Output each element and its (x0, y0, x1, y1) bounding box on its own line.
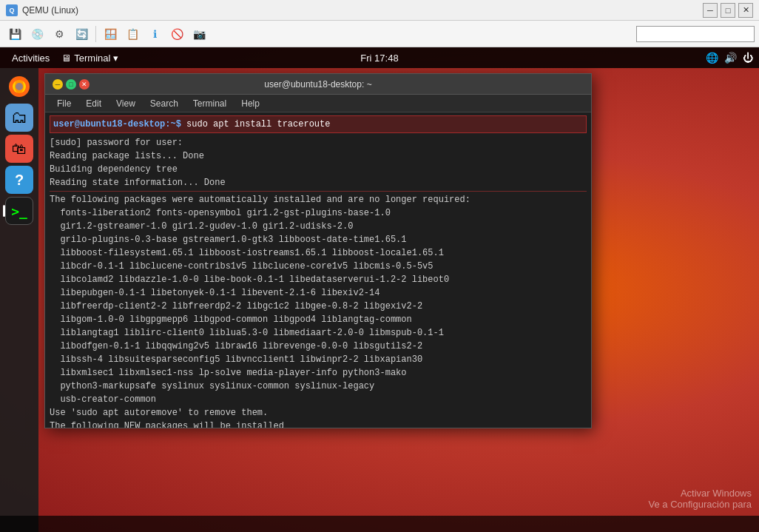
terminal-line-11: libcolamd2 libdazzle-1.0-0 libe-book-0.1… (50, 273, 587, 286)
gnome-topbar: Activities 🖥 Terminal ▾ Fri 17:48 🌐 🔊 ⏻ (0, 47, 759, 68)
gnome-status-area: 🌐 🔊 ⏻ (706, 52, 753, 64)
command-highlight-block: user@ubuntu18-desktop:~$ sudo apt instal… (50, 115, 587, 133)
terminal-line-2: Reading package lists... Done (50, 149, 587, 163)
terminal-icon: 🖥 (61, 53, 71, 64)
power-icon[interactable]: ⏻ (743, 52, 753, 64)
terminal-minimize-button[interactable]: ─ (53, 79, 63, 90)
terminal-line-17: libssh-4 libsuitesparseconfig5 libvnccli… (50, 353, 587, 366)
terminal-line-12: libepubgen-0.1-1 libetonyek-0.1-1 libeve… (50, 286, 587, 300)
terminal-line-16: libodfgen-0.1-1 libqqwing2v5 libraw16 li… (50, 340, 587, 353)
qemu-toolbar: 💾 💿 ⚙ 🔄 🪟 📋 ℹ 🚫 📷 (0, 21, 759, 47)
command-text: sudo apt install traceroute (186, 119, 330, 129)
dock-software[interactable]: 🛍 (5, 135, 33, 163)
qemu-minimize-button[interactable]: ─ (703, 3, 718, 18)
menu-file[interactable]: File (51, 97, 77, 110)
gnome-dock: 🗂 🛍 ? >_ (0, 68, 38, 532)
terminal-title: user@ubuntu18-desktop: ~ (264, 79, 371, 90)
network-icon[interactable]: 🌐 (706, 52, 718, 64)
dock-files[interactable]: 🗂 (5, 104, 33, 132)
terminal-titlebar: ─ □ ✕ user@ubuntu18-desktop: ~ (45, 74, 591, 95)
terminal-line-6: fonts-liberation2 fonts-opensymbol gir1.… (50, 206, 587, 220)
toolbar-settings-button[interactable]: ⚙ (49, 24, 70, 44)
toolbar-floppy-button[interactable]: 💾 (4, 24, 25, 44)
qemu-icon: Q (6, 4, 18, 16)
toolbar-cdrom-button[interactable]: 💿 (27, 24, 47, 44)
qemu-close-button[interactable]: ✕ (738, 3, 753, 18)
app-indicator[interactable]: 🖥 Terminal ▾ (55, 53, 124, 64)
toolbar-separator-1 (95, 26, 96, 42)
terminal-line-8: grilo-plugins-0.3-base gstreamer1.0-gtk3… (50, 233, 587, 246)
dock-terminal[interactable]: >_ (5, 197, 33, 225)
qemu-title: QEMU (Linux) (22, 5, 703, 16)
menu-view[interactable]: View (110, 97, 141, 110)
terminal-line-20: usb-creator-common (50, 393, 587, 406)
command-prompt: user@ubuntu18-desktop:~$ (53, 119, 181, 129)
toolbar-info-button[interactable]: ℹ (144, 24, 165, 44)
qemu-maximize-button[interactable]: □ (721, 3, 735, 18)
toolbar-screenshot-button[interactable]: 📷 (189, 24, 209, 44)
terminal-maximize-button[interactable]: □ (66, 79, 76, 90)
toolbar-stop-button[interactable]: 🚫 (166, 24, 187, 44)
toolbar-search-input[interactable] (636, 26, 755, 42)
qemu-titlebar: Q QEMU (Linux) ─ □ ✕ (0, 0, 759, 21)
terminal-line-19: python3-markupsafe syslinux syslinux-com… (50, 380, 587, 393)
activities-button[interactable]: Activities (6, 47, 55, 68)
terminal-content[interactable]: user@ubuntu18-desktop:~$ sudo apt instal… (45, 112, 591, 428)
menu-edit[interactable]: Edit (80, 97, 107, 110)
dock-firefox[interactable] (5, 73, 33, 101)
menu-help[interactable]: Help (235, 97, 266, 110)
app-indicator-label: Terminal (74, 53, 110, 64)
app-indicator-chevron: ▾ (113, 53, 118, 64)
volume-icon[interactable]: 🔊 (724, 52, 737, 64)
toolbar-refresh-button[interactable]: 🔄 (71, 24, 92, 44)
terminal-line-1: [sudo] password for user: (50, 136, 587, 149)
dock-help[interactable]: ? (5, 166, 33, 194)
terminal-line-13: libfreerdp-client2-2 libfreerdp2-2 libgc… (50, 300, 587, 313)
terminal-line-10: libcdr-0.1-1 libclucene-contribs1v5 libc… (50, 260, 587, 273)
terminal-line-21: Use 'sudo apt autoremove' to remove them… (50, 406, 587, 420)
terminal-line-18: libxmlsec1 libxmlsec1-nss lp-solve media… (50, 366, 587, 380)
menu-terminal[interactable]: Terminal (187, 97, 232, 110)
terminal-window-controls: ─ □ ✕ (53, 79, 90, 90)
qemu-window-controls: ─ □ ✕ (703, 3, 753, 18)
gnome-taskbar-bottom (0, 516, 759, 532)
terminal-line-15: liblangtag1 liblirc-client0 liblua5.3-0 … (50, 326, 587, 340)
terminal-line-22: The following NEW packages will be insta… (50, 420, 587, 428)
terminal-line-9: libboost-filesystem1.65.1 libboost-iostr… (50, 246, 587, 260)
terminal-line-5: The following packages were automaticall… (50, 193, 587, 206)
terminal-line-4: Reading state information... Done (50, 176, 587, 189)
toolbar-clipboard-button[interactable]: 📋 (122, 24, 143, 44)
desktop-area: Activities 🖥 Terminal ▾ Fri 17:48 🌐 🔊 ⏻ (0, 47, 759, 532)
terminal-line-14: libgom-1.0-0 libgpgmepp6 libgpod-common … (50, 313, 587, 326)
menu-search[interactable]: Search (144, 97, 184, 110)
terminal-window: ─ □ ✕ user@ubuntu18-desktop: ~ File Edit… (44, 73, 592, 428)
terminal-close-button[interactable]: ✕ (79, 79, 90, 90)
gnome-clock: Fri 17:48 (360, 53, 398, 64)
qemu-window: Q QEMU (Linux) ─ □ ✕ 💾 💿 ⚙ 🔄 🪟 📋 ℹ 🚫 📷 A… (0, 0, 759, 532)
toolbar-windows-button[interactable]: 🪟 (100, 24, 121, 44)
terminal-line-3: Building dependency tree (50, 163, 587, 176)
terminal-menubar: File Edit View Search Terminal Help (45, 95, 591, 112)
terminal-line-7: gir1.2-gstreamer-1.0 gir1.2-gudev-1.0 gi… (50, 220, 587, 233)
